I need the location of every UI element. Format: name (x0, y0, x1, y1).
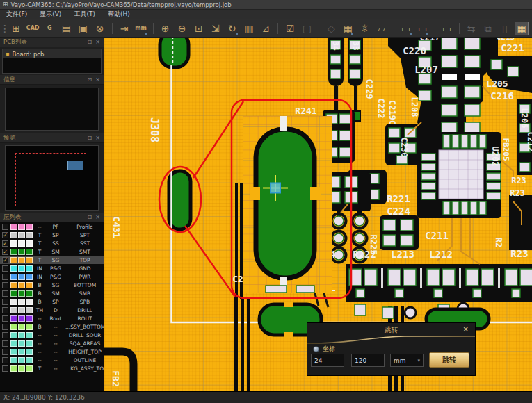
close-panel-icon[interactable]: × (95, 135, 100, 141)
coordinate-radio[interactable] (313, 346, 319, 352)
layer-row[interactable]: T--...KG_ASSY_TOP (0, 364, 104, 372)
layer-color-swatch[interactable] (18, 249, 25, 255)
layer-visibility-checkbox[interactable] (2, 315, 8, 322)
layer-color-swatch[interactable] (10, 332, 17, 338)
layer-visibility-checkbox[interactable] (2, 274, 8, 280)
layer-row[interactable]: ----DRILL_SOUR (0, 331, 104, 339)
layer-color-swatch[interactable] (10, 290, 17, 297)
import-cad-button[interactable]: CAD (26, 22, 40, 35)
layer-row[interactable]: ✓TSGTOP (0, 256, 104, 264)
layer-color-swatch[interactable] (10, 307, 17, 313)
layer-visibility-checkbox[interactable] (2, 357, 8, 363)
layer-row[interactable]: ✓TSSSST (0, 239, 104, 247)
select-rect-button[interactable]: ▢ (300, 22, 314, 35)
layer-color-swatch[interactable] (18, 290, 25, 297)
duplicate-button[interactable]: ⧉ (481, 22, 495, 35)
layer-color-swatch[interactable] (18, 274, 25, 280)
layer-color-swatch[interactable] (10, 265, 17, 272)
delete-button[interactable]: ▯ (498, 22, 512, 35)
layer-color-swatch[interactable] (26, 257, 33, 263)
layer-row[interactable]: BSGBOTTOM (0, 281, 104, 289)
layer-color-swatch[interactable] (10, 282, 17, 288)
measure-button[interactable]: ⊿ (259, 22, 273, 35)
layer-row[interactable]: ✓TSPSPT (0, 231, 104, 239)
layer-color-swatch[interactable] (10, 232, 17, 238)
layer-color-swatch[interactable] (18, 357, 25, 363)
layer-color-swatch[interactable] (18, 340, 25, 347)
menu-tools[interactable]: 工具(T) (67, 10, 102, 19)
layer-row[interactable]: ✓TSMSMT (0, 247, 104, 256)
layer-color-swatch[interactable] (26, 290, 33, 297)
select-check-button[interactable]: ☑ (283, 22, 297, 35)
layer-visibility-checkbox[interactable] (2, 299, 8, 305)
float-panel-icon[interactable]: ⊡ (88, 40, 92, 45)
layer-visibility-checkbox[interactable] (2, 224, 8, 230)
board-item[interactable]: ▪ Board: pcb (3, 49, 101, 58)
layer-color-swatch[interactable] (10, 299, 17, 305)
layer-visibility-checkbox[interactable] (2, 307, 8, 313)
jump-button[interactable]: 跳转 (429, 352, 469, 368)
layer-color-swatch[interactable] (10, 324, 17, 330)
layer-visibility-checkbox[interactable]: ✓ (2, 249, 8, 255)
layer-row[interactable]: --PFProfile (0, 222, 104, 231)
layer-visibility-checkbox[interactable] (2, 349, 8, 355)
layer-color-swatch[interactable] (26, 240, 33, 247)
layer-color-swatch[interactable] (26, 357, 33, 363)
y-coordinate-input[interactable] (351, 354, 385, 367)
layer-color-swatch[interactable] (10, 249, 17, 255)
float-panel-icon[interactable]: ⊡ (88, 135, 92, 141)
layer-color-swatch[interactable] (18, 265, 25, 272)
polygon-button[interactable]: ◇ (324, 22, 338, 35)
display-options-button[interactable]: ▭ (399, 22, 413, 35)
layer-color-swatch[interactable] (26, 224, 33, 230)
layer-row[interactable]: BSPSPB (0, 297, 104, 306)
zoom-out-button[interactable]: ⊖ (175, 22, 189, 35)
new-board-button[interactable]: ⊞ (9, 22, 23, 35)
layer-color-swatch[interactable] (26, 315, 33, 322)
unit-select[interactable]: mm ▾ (390, 354, 424, 367)
close-panel-icon[interactable]: × (95, 215, 100, 220)
layer-color-swatch[interactable] (18, 224, 25, 230)
layer-color-swatch[interactable] (10, 315, 17, 322)
units-mm-button[interactable]: mm (134, 22, 148, 35)
menu-file[interactable]: 文件(F) (0, 10, 33, 19)
layer-color-swatch[interactable] (18, 349, 25, 355)
layer-visibility-checkbox[interactable] (2, 332, 8, 338)
layer-row[interactable]: BSMSMB (0, 289, 104, 297)
export-button[interactable]: ⇥ (117, 22, 131, 35)
display-config-button[interactable]: ▭ (416, 22, 430, 35)
layer-visibility-checkbox[interactable]: ✓ (2, 257, 8, 263)
layer-color-swatch[interactable] (10, 257, 17, 263)
layer-row[interactable]: INP&GGND (0, 264, 104, 272)
close-panel-icon[interactable]: × (95, 40, 100, 45)
float-panel-icon[interactable]: ⊡ (88, 215, 92, 220)
menu-help[interactable]: 帮助(H) (102, 10, 136, 19)
layer-visibility-checkbox[interactable] (2, 290, 8, 297)
viewport-indicator[interactable] (67, 161, 83, 170)
save-button[interactable]: ▣ (76, 22, 90, 35)
display-search-button[interactable]: ▭ (440, 22, 454, 35)
layer-color-swatch[interactable] (18, 365, 25, 372)
layer-color-swatch[interactable] (26, 307, 33, 313)
layer-color-swatch[interactable] (18, 332, 25, 338)
grid-settings-button[interactable]: ▦ (341, 22, 355, 35)
layer-color-swatch[interactable] (18, 240, 25, 247)
layer-color-swatch[interactable] (10, 365, 17, 372)
layer-visibility-checkbox[interactable]: ✓ (2, 232, 8, 238)
dialog-close-button[interactable]: × (463, 325, 469, 333)
layer-color-swatch[interactable] (18, 307, 25, 313)
layer-visibility-checkbox[interactable] (2, 282, 8, 288)
layer-color-swatch[interactable] (10, 349, 17, 355)
plot-button[interactable]: ▤ (59, 22, 73, 35)
layer-row[interactable]: ----SQA_AREAS (0, 339, 104, 347)
layer-color-swatch[interactable] (10, 340, 17, 347)
preview-panel-content[interactable] (5, 145, 99, 211)
fit-view-button[interactable]: ⇲ (209, 22, 223, 35)
layer-color-swatch[interactable] (10, 357, 17, 363)
import-gerber-button[interactable]: G (42, 22, 56, 35)
layer-color-swatch[interactable] (18, 257, 25, 263)
layer-color-swatch[interactable] (26, 232, 33, 238)
layer-color-swatch[interactable] (26, 249, 33, 255)
layer-row[interactable]: --RoutROUT (0, 314, 104, 322)
layer-color-swatch[interactable] (18, 315, 25, 322)
